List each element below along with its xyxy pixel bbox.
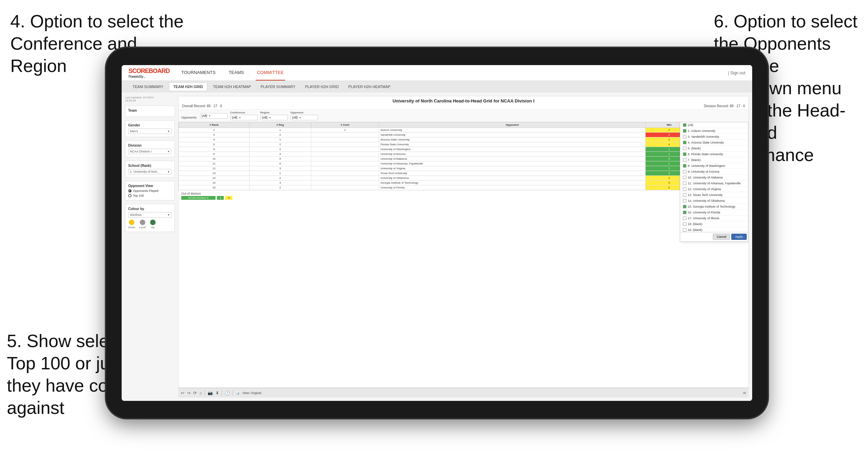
th-reg: # Reg	[249, 122, 311, 128]
td-rank: 2	[179, 128, 249, 133]
tablet-frame: SCOREBOARD Powered by ... TOURNAMENTS TE…	[106, 48, 768, 418]
subnav-team-summary[interactable]: TEAM SUMMARY	[129, 83, 168, 91]
td-rank: 9	[179, 152, 249, 157]
dropdown-item[interactable]: 17. University of Illinois	[680, 216, 748, 221]
dropdown-checkbox	[683, 158, 686, 162]
subnav-player-summary[interactable]: PLAYER SUMMARY	[256, 83, 299, 91]
cancel-button[interactable]: Cancel	[713, 234, 730, 240]
gender-select[interactable]: Men's	[128, 128, 172, 134]
toolbar-icon-home[interactable]: ⌂	[199, 391, 202, 395]
nav-signout[interactable]: | Sign out	[728, 71, 745, 75]
grid-subtitle: Overall Record: 89 · 17 · 0 Division Rec…	[182, 104, 745, 108]
table-row: 14 2 University of Oklahoma 2 2	[179, 176, 748, 181]
td-reg: 4	[249, 181, 311, 185]
table-row: 13 1 Texas Tech University 3 0	[179, 171, 748, 176]
logo: SCOREBOARD Powered by ...	[129, 67, 170, 78]
dropdown-item[interactable]: 14. University of Oklahoma	[680, 198, 748, 204]
td-conf	[311, 137, 379, 142]
dropdown-item[interactable]: 12. University of Virginia	[680, 186, 748, 192]
opponent-select[interactable]: (All)	[291, 115, 318, 120]
legend-up: Up	[150, 220, 156, 229]
toolbar-sep-3	[233, 390, 233, 396]
view-original: View: Original	[242, 391, 261, 395]
dropdown-item[interactable]: 5. (blank)	[680, 146, 748, 151]
td-opponent: Auburn University	[379, 128, 646, 133]
nav-committee[interactable]: COMMITTEE	[256, 65, 285, 81]
dropdown-item-label: 6. Florida State University	[688, 152, 723, 156]
subnav-team-h2h-grid[interactable]: TEAM H2H GRID	[169, 82, 208, 91]
dropdown-item[interactable]: 4. Arizona State University	[680, 140, 748, 146]
dropdown-item[interactable]: (All)	[680, 122, 748, 128]
region-select[interactable]: (All)	[260, 115, 288, 120]
division-label: Division	[128, 144, 172, 147]
td-conf	[311, 152, 379, 157]
table-row: 15 4 Georgia Institute of Technology 5 1	[179, 181, 748, 185]
zoom-indicator: W	[743, 391, 746, 395]
nav-teams[interactable]: TEAMS	[227, 65, 245, 81]
dropdown-item-label: 12. University of Virginia	[688, 187, 721, 191]
dropdown-item[interactable]: 3. Vanderbilt University	[680, 134, 748, 140]
apply-button[interactable]: Apply	[731, 234, 747, 240]
toolbar-sep-2	[222, 390, 222, 396]
dropdown-item-label: 14. University of Oklahoma	[688, 199, 725, 202]
dropdown-item[interactable]: 19. (blank)	[680, 227, 748, 232]
dropdown-item[interactable]: 10. University of Alabama	[680, 175, 748, 181]
td-conf	[311, 176, 379, 181]
dropdown-checkbox	[683, 170, 686, 173]
conference-select[interactable]: (All)	[230, 115, 258, 120]
dropdown-checkbox	[683, 228, 686, 232]
school-select[interactable]: 1. University of Nort...	[128, 169, 172, 174]
th-conf: # Conf	[311, 122, 379, 128]
division-select[interactable]: NCAA Division I	[128, 149, 172, 154]
dropdown-item[interactable]: 16. University of Florida	[680, 210, 748, 216]
dropdown-checkbox	[683, 147, 686, 150]
nav-items: TOURNAMENTS TEAMS COMMITTEE	[180, 65, 728, 81]
dropdown-item[interactable]: 6. Florida State University	[680, 151, 748, 157]
td-conf	[311, 171, 379, 176]
subnav-team-h2h-heatmap[interactable]: TEAM H2H HEATMAP	[209, 83, 255, 91]
colour-select[interactable]: Win/loss	[128, 212, 172, 218]
sub-nav: TEAM SUMMARY TEAM H2H GRID TEAM H2H HEAT…	[122, 81, 752, 93]
dropdown-item[interactable]: 8. University of Washington	[680, 163, 748, 169]
dot-up	[150, 220, 156, 225]
td-rank: 10	[179, 157, 249, 161]
td-rank: 8	[179, 147, 249, 152]
toolbar-icon-redo[interactable]: ↪	[187, 391, 191, 395]
dropdown-item-label: 18. (blank)	[688, 222, 702, 226]
dropdown-checkbox	[683, 222, 686, 226]
table-row: 2 1 1 Auburn University 2 1	[179, 128, 748, 133]
toolbar-icon-clock[interactable]: 🕐	[225, 391, 230, 395]
dropdown-checkbox	[683, 211, 686, 214]
td-conf	[311, 181, 379, 185]
subnav-player-h2h-grid[interactable]: PLAYER H2H GRID	[301, 83, 343, 91]
dropdown-item-label: 7. (blank)	[688, 158, 701, 162]
toolbar-icon-undo[interactable]: ↩	[181, 391, 184, 395]
td-reg: 1	[249, 137, 311, 142]
toolbar-icon-download[interactable]: ⬇	[216, 391, 219, 395]
subnav-player-h2h-heatmap[interactable]: PLAYER H2H HEATMAP	[344, 83, 394, 91]
td-rank: 15	[179, 181, 249, 185]
radio-opponents-played[interactable]: Opponents Played	[128, 189, 172, 193]
dropdown-item[interactable]: 15. Georgia Institute of Technology	[680, 204, 748, 210]
table-row: 8 2 University of Washington 1 0	[179, 147, 748, 152]
td-reg: 2	[249, 133, 311, 137]
dropdown-item[interactable]: 18. (blank)	[680, 221, 748, 227]
radio-top100[interactable]: Top 100	[128, 194, 172, 197]
dropdown-item[interactable]: 2. Auburn University	[680, 128, 748, 134]
opponents-select[interactable]: (All)	[200, 113, 228, 119]
dropdown-item-label: 11. University of Arkansas, Fayetteville	[688, 182, 741, 185]
data-table: # Rank # Reg # Conf Opponent Win Loss 2	[179, 122, 748, 190]
toolbar-icon-refresh[interactable]: ⟳	[193, 391, 197, 395]
filters-row: Opponents: (All) Conference (All) Region	[179, 110, 748, 122]
opponents-label: Opponents:	[181, 116, 197, 120]
dropdown-item[interactable]: 11. University of Arkansas, Fayetteville	[680, 181, 748, 186]
nav-tournaments[interactable]: TOURNAMENTS	[180, 65, 217, 81]
last-updated: Last Updated: 4/7/2024 16:55:38	[125, 96, 175, 102]
td-conf	[311, 161, 379, 166]
dropdown-item[interactable]: 13. Texas Tech University	[680, 192, 748, 198]
th-opponent: Opponent	[379, 122, 646, 128]
dropdown-item[interactable]: 7. (blank)	[680, 157, 748, 163]
toolbar-icon-camera[interactable]: 📷	[208, 391, 213, 395]
opponent-filter: Opponent (All)	[291, 111, 318, 120]
dropdown-item[interactable]: 9. University of Arizona	[680, 169, 748, 175]
